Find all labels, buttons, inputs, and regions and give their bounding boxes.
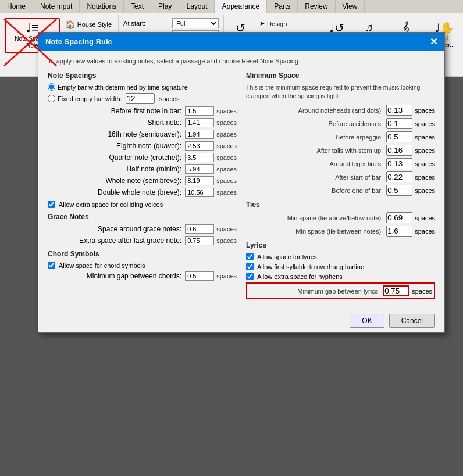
extra-space-hyphens-row: Allow extra space for hyphens [246, 273, 435, 280]
after-start-bar-row: After start of bar: spaces [246, 171, 435, 182]
double-whole-note-label: Double whole note (breve): [48, 188, 185, 196]
min-gap-chords-input[interactable] [185, 271, 214, 281]
fixed-bar-radio[interactable] [48, 95, 55, 102]
dialog-title-bar: Note Spacing Rule ✕ [38, 33, 444, 51]
tab-appearance[interactable]: Appearance [215, 0, 267, 13]
whole-note-input[interactable] [185, 176, 214, 185]
allow-extra-space-label: Allow extra space for colliding voices [59, 201, 163, 208]
tab-notations[interactable]: Notations [80, 0, 124, 13]
before-arpeggio-unit: spaces [415, 134, 435, 141]
before-arpeggio-input[interactable] [386, 131, 412, 142]
allow-chord-symbols-label: Allow space for chord symbols [59, 262, 145, 269]
dialog-right-column: Minimum Space This is the minimum space … [246, 71, 435, 302]
after-tails-input[interactable] [386, 145, 412, 156]
first-syllable-checkbox[interactable] [246, 263, 254, 270]
after-tails-row: After tails with stem up: spaces [246, 145, 435, 156]
whole-note-unit: spaces [216, 177, 237, 184]
after-start-bar-input[interactable] [386, 171, 412, 182]
before-first-note-input[interactable] [185, 106, 214, 116]
extra-space-grace-label: Extra space after last grace note: [48, 237, 185, 245]
tab-home[interactable]: Home [0, 0, 33, 13]
16th-note-input[interactable] [185, 130, 214, 139]
before-accidentals-input[interactable] [386, 118, 412, 129]
half-note-input[interactable] [185, 164, 214, 174]
space-around-grace-unit: spaces [216, 226, 237, 232]
tie-between-label: Min space (tie between notes): [246, 228, 386, 235]
space-around-grace-input[interactable] [185, 224, 214, 234]
allow-extra-space-checkbox[interactable] [48, 201, 55, 208]
around-noteheads-label: Around noteheads (and dots): [246, 107, 386, 114]
before-end-bar-input[interactable] [386, 185, 412, 196]
space-around-grace-label: Space around grace notes: [48, 225, 185, 233]
extra-space-hyphens-checkbox[interactable] [246, 273, 254, 280]
dialog-close-button[interactable]: ✕ [430, 36, 437, 47]
house-style-button[interactable]: 🏠 House Style [61, 18, 116, 31]
double-whole-note-row: Double whole note (breve): spaces [48, 188, 237, 197]
tab-layout[interactable]: Layout [179, 0, 215, 13]
quarter-note-input[interactable] [185, 153, 214, 162]
fixed-bar-input[interactable] [126, 93, 155, 104]
tie-between-unit: spaces [415, 228, 435, 235]
note-spacings-title: Note Spacings [48, 71, 237, 80]
lyrics-title: Lyrics [246, 241, 435, 249]
min-gap-lyrics-unit: spaces [412, 288, 432, 295]
tie-between-input[interactable] [386, 226, 412, 237]
min-gap-chords-row: Minimum gap between chords: spaces [48, 271, 237, 281]
around-noteheads-input[interactable] [386, 105, 412, 116]
design-button[interactable]: ➤ Design [255, 18, 312, 29]
min-space-rows: Around noteheads (and dots): spaces Befo… [246, 105, 435, 196]
empty-bar-radio[interactable] [48, 83, 55, 91]
min-gap-lyrics-label: Minimum gap between lyrics: [249, 288, 383, 295]
8th-note-input[interactable] [185, 141, 214, 151]
half-note-unit: spaces [216, 166, 237, 173]
double-whole-note-input[interactable] [185, 188, 214, 197]
min-gap-chords-label: Minimum gap between chords: [48, 272, 185, 280]
empty-bar-label: Empty bar width determined by time signa… [58, 84, 188, 91]
before-end-bar-row: Before end of bar: spaces [246, 185, 435, 196]
tab-play[interactable]: Play [151, 0, 179, 13]
half-note-row: Half note (minim): spaces [48, 164, 237, 174]
dialog-left-column: Note Spacings Empty bar width determined… [48, 71, 237, 302]
ok-button[interactable]: OK [350, 314, 384, 328]
16th-note-unit: spaces [216, 131, 237, 138]
half-note-label: Half note (minim): [48, 165, 185, 173]
tab-note-input[interactable]: Note Input [33, 0, 80, 13]
before-first-note-unit: spaces [216, 108, 237, 114]
at-start-row: At start: FullShortNone [123, 18, 219, 28]
min-gap-lyrics-input[interactable] [383, 285, 409, 296]
allow-chord-symbols-checkbox[interactable] [48, 262, 55, 269]
quarter-note-unit: spaces [216, 154, 237, 161]
after-start-bar-unit: spaces [415, 174, 435, 181]
before-accidentals-row: Before accidentals: spaces [246, 118, 435, 129]
short-note-input[interactable] [185, 118, 214, 127]
extra-space-grace-input[interactable] [185, 236, 214, 245]
minimum-space-title: Minimum Space [246, 71, 435, 80]
dialog-description: To apply new values to existing notes, s… [48, 58, 435, 65]
short-note-unit: spaces [216, 119, 237, 126]
first-syllable-label: Allow first syllable to overhang barline [257, 263, 364, 270]
space-around-grace-row: Space around grace notes: spaces [48, 224, 237, 234]
at-start-label: At start: [123, 20, 170, 27]
note-spacing-icon: ♩≡ [26, 22, 39, 34]
at-start-select[interactable]: FullShortNone [172, 18, 219, 28]
before-arpeggio-label: Before arpeggio: [246, 134, 386, 141]
short-note-row: Short note: spaces [48, 118, 237, 127]
around-leger-label: Around leger lines: [246, 160, 386, 167]
cancel-button[interactable]: Cancel [389, 314, 435, 328]
tab-review[interactable]: Review [298, 0, 335, 13]
after-tails-unit: spaces [415, 147, 435, 154]
tie-above-below-row: Min space (tie above/below note): spaces [246, 212, 435, 223]
tab-view[interactable]: View [336, 0, 365, 13]
tie-above-below-input[interactable] [386, 212, 412, 223]
before-end-bar-label: Before end of bar: [246, 187, 386, 194]
chord-symbols-title: Chord Symbols [48, 250, 237, 258]
double-whole-note-unit: spaces [216, 189, 237, 196]
allow-space-lyrics-checkbox[interactable] [246, 253, 254, 260]
house-style-icon: 🏠 [65, 20, 75, 29]
tab-parts[interactable]: Parts [267, 0, 298, 13]
tab-text[interactable]: Text [124, 0, 151, 13]
note-spacing-dialog: Note Spacing Rule ✕ To apply new values … [38, 32, 445, 333]
around-leger-input[interactable] [386, 158, 412, 169]
whole-note-row: Whole note (semibreve): spaces [48, 176, 237, 185]
allow-space-lyrics-row: Allow space for lyrics [246, 253, 435, 260]
